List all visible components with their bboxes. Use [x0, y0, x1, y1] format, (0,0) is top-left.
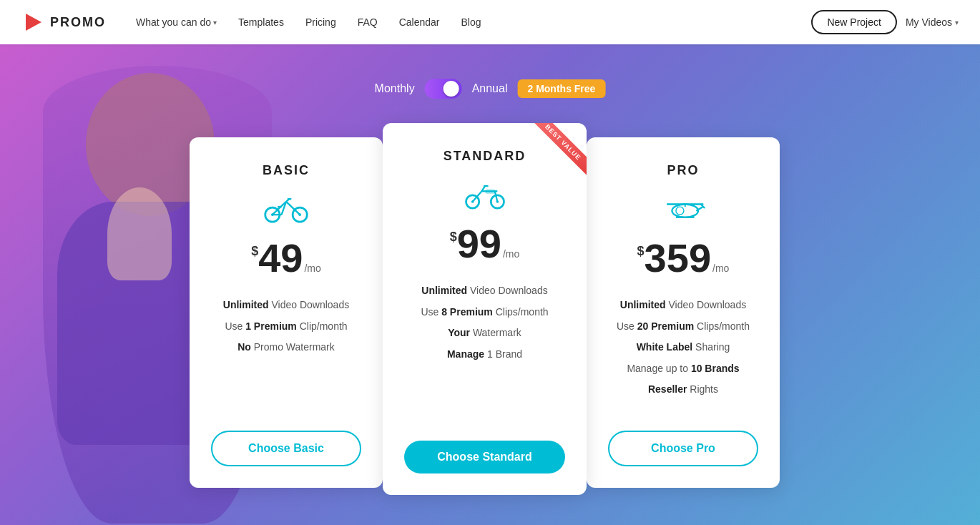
pro-price-amount: 359 — [645, 238, 711, 278]
ribbon-text: BEST VALUE — [531, 123, 587, 175]
nav-item-calendar[interactable]: Calendar — [391, 12, 449, 32]
navbar: PROMO What you can do ▾ Templates Pricin… — [0, 0, 980, 44]
nav-item-faq[interactable]: FAQ — [349, 12, 386, 32]
pro-plan-title: PRO — [667, 163, 699, 178]
nav-links: What you can do ▾ Templates Pricing FAQ … — [127, 12, 811, 32]
basic-plan-title: BASIC — [263, 163, 310, 178]
basic-price-amount: 49 — [258, 238, 303, 278]
new-project-button[interactable]: New Project — [811, 10, 896, 34]
helicopter-icon — [660, 191, 706, 225]
hero-section: Monthly Annual 2 Months Free BASIC — [0, 44, 980, 525]
toggle-knob — [444, 81, 459, 97]
svg-point-28 — [676, 207, 684, 215]
pro-price-period: /mo — [712, 262, 729, 274]
pro-feature-5: Reseller Rights — [617, 383, 750, 397]
nav-item-blog[interactable]: Blog — [453, 12, 490, 32]
monthly-label: Monthly — [375, 82, 415, 95]
choose-standard-button[interactable]: Choose Standard — [404, 441, 565, 474]
basic-feature-2: Use 1 Premium Clip/month — [223, 320, 349, 334]
pricing-card-basic: BASIC $ 49 /mo — [190, 137, 383, 488]
basic-price-area: $ 49 /mo — [251, 238, 321, 278]
svg-rect-19 — [485, 190, 494, 194]
standard-feature-3: Your Watermark — [421, 326, 548, 340]
standard-feature-1: Unlimited Video Downloads — [421, 284, 548, 298]
basic-price-period: /mo — [304, 262, 320, 274]
months-free-badge: 2 Months Free — [517, 79, 605, 98]
standard-price-area: $ 99 /mo — [450, 224, 520, 264]
pricing-card-standard: BEST VALUE STANDARD $ 99 /mo — [383, 123, 587, 495]
pro-features-list: Unlimited Video Downloads Use 20 Premium… — [617, 298, 750, 411]
pro-feature-4: Manage up to 10 Brands — [617, 362, 750, 376]
best-value-ribbon: BEST VALUE — [522, 123, 587, 187]
nav-item-pricing[interactable]: Pricing — [297, 12, 345, 32]
standard-feature-2: Use 8 Premium Clips/month — [421, 305, 548, 320]
pricing-toggle-area: Monthly Annual 2 Months Free — [375, 79, 606, 99]
pricing-card-pro: PRO $ 359 /mo — [587, 137, 780, 488]
standard-features-list: Unlimited Video Downloads Use 8 Premium … — [421, 284, 548, 421]
pro-feature-3: White Label Sharing — [617, 340, 750, 355]
annual-label: Annual — [472, 82, 508, 95]
standard-plan-title: STANDARD — [444, 149, 526, 164]
basic-features-list: Unlimited Video Downloads Use 1 Premium … — [223, 298, 349, 411]
nav-actions: New Project My Videos ▾ — [811, 10, 959, 34]
logo[interactable]: PROMO — [21, 11, 106, 34]
nav-item-what-you-can-do[interactable]: What you can do ▾ — [127, 12, 225, 32]
pro-feature-2: Use 20 Premium Clips/month — [617, 320, 750, 334]
basic-price-dollar: $ — [251, 244, 258, 259]
billing-toggle[interactable] — [425, 79, 462, 99]
basic-feature-1: Unlimited Video Downloads — [223, 298, 349, 313]
choose-pro-button[interactable]: Choose Pro — [608, 431, 758, 466]
logo-text: PROMO — [50, 15, 106, 30]
my-videos-chevron-icon: ▾ — [955, 19, 959, 26]
scooter-icon — [462, 177, 508, 211]
pro-price-area: $ 359 /mo — [637, 238, 730, 278]
svg-marker-0 — [26, 14, 41, 31]
standard-price-dollar: $ — [450, 230, 457, 245]
bicycle-icon — [263, 191, 309, 225]
choose-basic-button[interactable]: Choose Basic — [211, 431, 361, 466]
standard-feature-4: Manage 1 Brand — [421, 348, 548, 362]
my-videos-menu[interactable]: My Videos ▾ — [906, 16, 959, 28]
pricing-cards-area: BASIC $ 49 /mo — [190, 123, 790, 495]
pro-feature-1: Unlimited Video Downloads — [617, 298, 750, 313]
standard-price-period: /mo — [503, 248, 519, 260]
nav-item-templates[interactable]: Templates — [230, 12, 293, 32]
pro-price-dollar: $ — [637, 244, 645, 259]
basic-feature-3: No Promo Watermark — [223, 340, 349, 355]
standard-price-amount: 99 — [457, 224, 501, 264]
chevron-down-icon: ▾ — [213, 19, 217, 26]
